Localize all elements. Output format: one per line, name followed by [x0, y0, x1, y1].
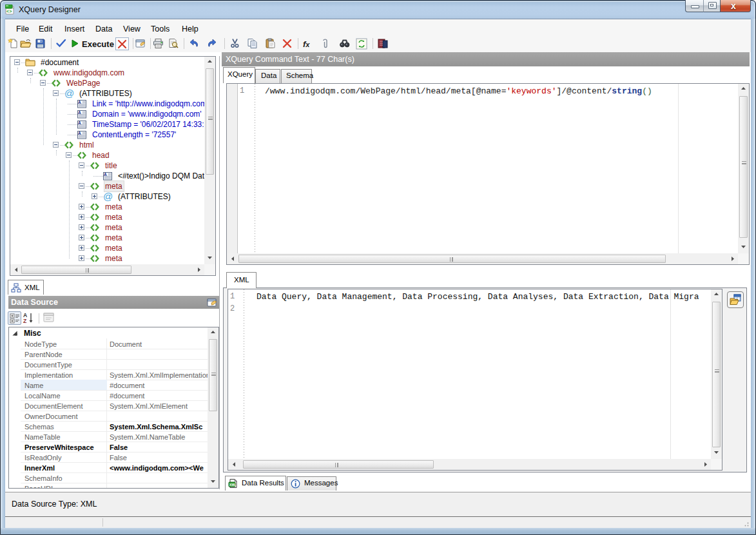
svg-text:A: A — [78, 121, 81, 125]
svg-text:@: @ — [64, 88, 74, 99]
svg-text:XML: XML — [229, 483, 237, 487]
svg-text:A: A — [78, 131, 81, 135]
svg-text:Z: Z — [23, 318, 26, 324]
svg-text:<>: <> — [6, 9, 12, 14]
svg-text:@: @ — [103, 191, 113, 202]
svg-text:A: A — [78, 110, 81, 115]
svg-text:A: A — [104, 172, 107, 177]
svg-text:A: A — [78, 100, 81, 104]
